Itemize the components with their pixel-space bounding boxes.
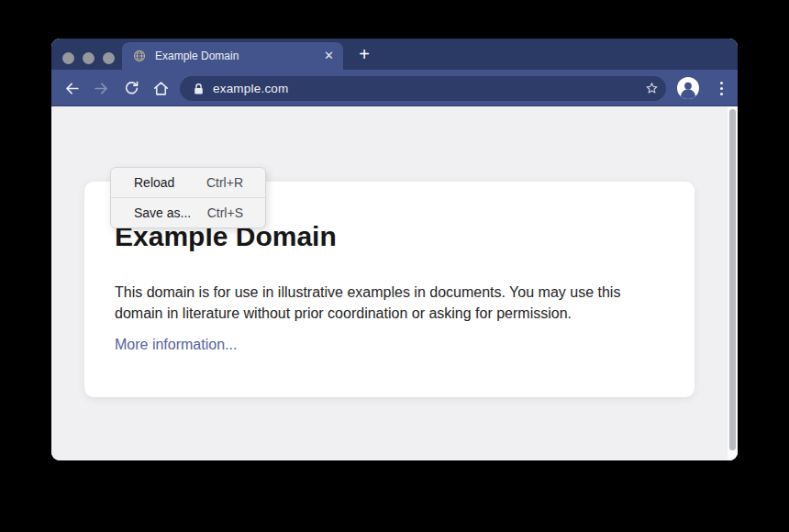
browser-tab[interactable]: Example Domain ✕ xyxy=(122,42,343,70)
forward-arrow-icon xyxy=(93,80,110,97)
overflow-dot xyxy=(720,87,723,90)
new-tab-button[interactable]: + xyxy=(354,45,374,65)
more-information-link[interactable]: More information... xyxy=(115,337,237,353)
menu-item-shortcut: Ctrl+R xyxy=(206,175,243,190)
maximize-window-button[interactable] xyxy=(103,52,115,64)
overflow-menu-button[interactable] xyxy=(713,77,729,99)
scrollbar-thumb[interactable] xyxy=(729,109,736,450)
back-button[interactable] xyxy=(61,77,83,99)
back-arrow-icon xyxy=(63,80,81,97)
body-line: domain in literature without prior coord… xyxy=(115,303,695,324)
profile-avatar-icon[interactable] xyxy=(677,77,699,99)
menu-item-reload[interactable]: Reload Ctrl+R xyxy=(111,168,265,197)
menu-item-shortcut: Ctrl+S xyxy=(207,205,243,220)
browser-window: Example Domain ✕ + xyxy=(51,39,738,460)
forward-button[interactable] xyxy=(90,77,112,99)
overflow-dot xyxy=(720,93,723,95)
menu-item-save-as[interactable]: Save as... Ctrl+S xyxy=(111,198,265,227)
close-tab-icon[interactable]: ✕ xyxy=(324,42,334,70)
url-text: example.com xyxy=(213,82,288,95)
bookmark-star-icon[interactable] xyxy=(644,81,660,96)
body-line: This domain is for use in illustrative e… xyxy=(115,282,695,303)
reload-icon xyxy=(123,80,140,97)
context-menu: Reload Ctrl+R Save as... Ctrl+S xyxy=(110,167,266,228)
body-paragraph: This domain is for use in illustrative e… xyxy=(115,282,695,324)
scrollbar-track[interactable] xyxy=(728,106,738,460)
menu-item-label: Save as... xyxy=(134,205,191,220)
titlebar: Example Domain ✕ + xyxy=(51,39,738,70)
reload-button[interactable] xyxy=(120,77,142,99)
minimize-window-button[interactable] xyxy=(83,52,94,64)
address-bar[interactable]: example.com xyxy=(180,76,666,101)
overflow-dot xyxy=(720,82,723,84)
close-window-button[interactable] xyxy=(62,52,74,64)
globe-favicon-icon xyxy=(133,50,146,62)
tab-title: Example Domain xyxy=(155,50,239,62)
lock-icon xyxy=(193,83,205,95)
home-button[interactable] xyxy=(150,77,172,99)
home-icon xyxy=(152,80,170,97)
page-content: Example Domain This domain is for use in… xyxy=(51,106,738,460)
toolbar: example.com xyxy=(51,70,738,106)
menu-item-label: Reload xyxy=(134,175,174,190)
traffic-lights xyxy=(62,52,115,64)
